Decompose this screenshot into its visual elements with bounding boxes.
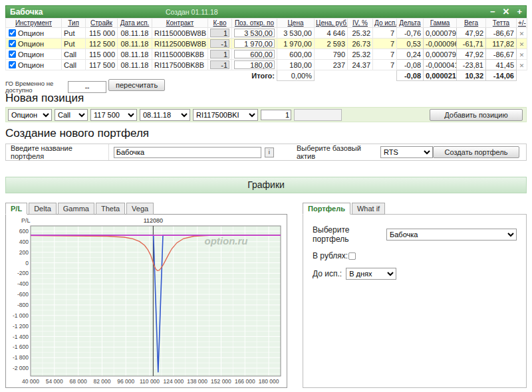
delete-row-icon[interactable]: ✕	[519, 41, 525, 48]
cell-vega: 47,92	[457, 28, 486, 39]
pl-chart-box: 40 00054 00068 00082 00096 000110 000124…	[5, 214, 287, 388]
table-row: ОпционPut112 50008.11.18RI112500BW8B-11 …	[6, 39, 527, 49]
column-header[interactable]: IV, %	[348, 19, 373, 28]
tab-delta[interactable]: Delta	[29, 203, 57, 215]
totals-delta: -0,08	[397, 70, 424, 81]
svg-text:option.ru: option.ru	[205, 235, 248, 246]
qty-input[interactable]: -1	[210, 60, 229, 69]
column-header[interactable]: Вега	[457, 19, 486, 28]
recalculate-button[interactable]: пересчитать	[108, 79, 165, 91]
open-price-input[interactable]: 3 530,00	[234, 29, 275, 37]
cell-vega: -23,81	[457, 60, 486, 70]
cell-theta: -86,67	[486, 28, 517, 39]
open-price-input[interactable]: 600,00	[234, 50, 275, 58]
minimize-icon[interactable]: −	[490, 7, 495, 17]
close-icon[interactable]: ✕	[503, 7, 510, 17]
row-checkbox[interactable]	[9, 50, 16, 58]
tab-портфель[interactable]: Портфель	[303, 203, 350, 215]
qty-input[interactable]: 1	[210, 29, 229, 37]
svg-text:-2 000: -2 000	[13, 365, 29, 371]
cell-qty: -1	[208, 60, 232, 70]
base-asset-label: Выберите базовый актив	[297, 144, 376, 160]
portfolio-name-input[interactable]	[114, 147, 261, 158]
cell-price-rub: 4 646	[315, 28, 348, 39]
cell-delete: ✕	[517, 28, 527, 39]
column-header[interactable]: Цена	[277, 19, 315, 28]
add-position-button[interactable]: Добавить позицию	[430, 109, 523, 121]
new-position-band: ОпционCall117 50008.11.18RI117500BKI Доб…	[5, 107, 527, 122]
days-select[interactable]: В днях	[346, 268, 396, 280]
svg-text:-200: -200	[17, 270, 29, 276]
info-icon[interactable]: i	[265, 147, 274, 157]
tab-gamma[interactable]: Gamma	[58, 203, 94, 215]
column-header[interactable]: До исп.	[373, 19, 397, 28]
cell-instrument: Опцион	[6, 49, 62, 60]
cell-open-price: 3 530,00	[232, 28, 277, 39]
column-header[interactable]: Гамма	[424, 19, 457, 28]
tab-what-if[interactable]: What if	[352, 203, 385, 215]
new-position-price-input[interactable]	[294, 109, 342, 121]
svg-text:600: 600	[19, 228, 29, 235]
svg-text:138 000: 138 000	[187, 378, 207, 385]
row-checkbox[interactable]	[9, 40, 16, 47]
cell-date: 08.11.18	[118, 49, 152, 60]
row-checkbox[interactable]	[9, 29, 16, 37]
new-position-select-4[interactable]: RI117500BKI	[193, 109, 258, 121]
cell-date: 08.11.18	[118, 60, 152, 70]
cell-qty: 1	[208, 49, 232, 60]
open-price-input[interactable]: 180,00	[234, 60, 275, 69]
new-position-title: Новая позиция	[5, 92, 84, 105]
base-asset-select[interactable]: RTS	[380, 146, 433, 158]
tab-p-l[interactable]: P/L	[5, 203, 27, 215]
cell-qty: -1	[208, 39, 232, 49]
column-header[interactable]: Поз. откр. по	[232, 19, 277, 28]
column-header[interactable]: К-во	[208, 19, 232, 28]
open-price-input[interactable]: 1 970,00	[234, 39, 275, 48]
cell-iv: 24.37	[348, 60, 373, 70]
cell-price: 180,00	[277, 60, 315, 70]
qty-input[interactable]: 1	[210, 50, 229, 58]
new-position-select-2[interactable]: 117 500	[90, 109, 137, 121]
qty-input[interactable]: -1	[210, 39, 229, 48]
svg-text:-1 200: -1 200	[13, 323, 29, 330]
delete-row-icon[interactable]: ✕	[519, 52, 525, 58]
column-header[interactable]: Тетта	[486, 19, 517, 28]
table-header-row: ИнструментТипСтрайкДата исп.КонтрактК-во…	[6, 19, 527, 28]
rubles-checkbox[interactable]	[348, 252, 356, 259]
new-position-qty-input[interactable]	[261, 110, 291, 120]
new-position-select-0[interactable]: Опцион	[8, 109, 52, 121]
column-header[interactable]: Дельта	[397, 19, 424, 28]
cell-days: 7	[373, 39, 397, 49]
pl-chart-svg[interactable]: 40 00054 00068 00082 00096 000110 000124…	[7, 215, 286, 387]
column-header[interactable]: Контракт	[152, 19, 208, 28]
row-checkbox[interactable]	[9, 61, 16, 68]
cell-delete: ✕	[517, 49, 527, 60]
tab-theta[interactable]: Theta	[96, 203, 125, 215]
tab-vega[interactable]: Vega	[126, 203, 154, 215]
add-icon[interactable]: +	[517, 7, 522, 17]
new-position-select-3[interactable]: 08.11.18	[140, 109, 190, 121]
svg-text:54 000: 54 000	[46, 378, 63, 385]
delete-row-icon[interactable]: ✕	[519, 62, 525, 69]
cell-delete: ✕	[517, 60, 527, 70]
portfolio-select[interactable]: Бабочка	[386, 229, 517, 241]
column-header[interactable]: Тип	[62, 19, 86, 28]
delete-row-icon[interactable]: ✕	[519, 31, 525, 37]
rubles-label: В рублях:	[313, 251, 348, 260]
column-header[interactable]: Цена, руб.	[315, 19, 348, 28]
cell-price-rub: 2 593	[315, 39, 348, 49]
column-header[interactable]: Страйк	[86, 19, 118, 28]
svg-text:-1 000: -1 000	[13, 312, 29, 319]
totals-row: Итого: 0,00% -0,08 0,000021 10,32 -14,06	[6, 70, 527, 81]
column-header[interactable]: Дата исп.	[118, 19, 152, 28]
cell-instrument: Опцион	[6, 39, 62, 49]
select-portfolio-label: Выберите портфель	[313, 225, 386, 244]
svg-text:0: 0	[25, 260, 29, 266]
new-position-select-1[interactable]: Call	[55, 109, 88, 121]
cell-type: Call	[62, 49, 86, 60]
column-header[interactable]: Инструмент	[6, 19, 62, 28]
new-position-selects: ОпционCall117 50008.11.18RI117500BKI	[8, 109, 258, 121]
created-date: Создан 01.11.18	[166, 8, 218, 16]
create-portfolio-button[interactable]: Создать портфель	[433, 146, 519, 158]
column-header[interactable]: +/-	[517, 19, 527, 28]
